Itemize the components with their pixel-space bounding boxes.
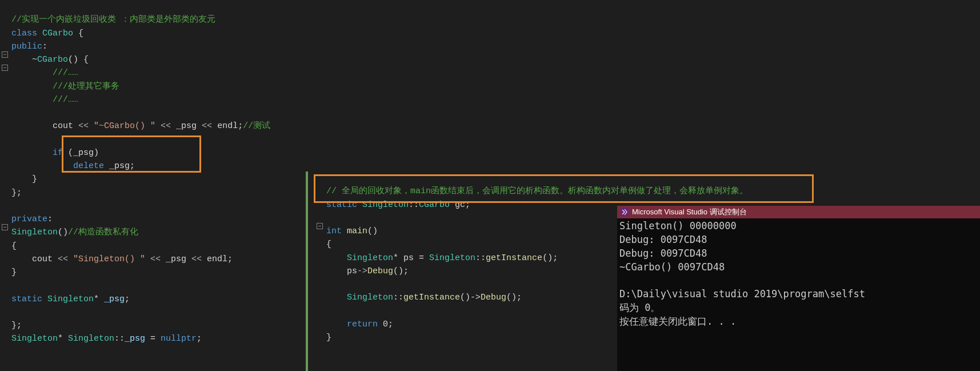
operator: <<	[150, 254, 161, 264]
brace: };	[11, 321, 22, 330]
operator: <<	[78, 121, 89, 131]
text: ();	[542, 253, 558, 263]
console-line: ~CGarbo() 0097CD48	[619, 261, 725, 273]
comment-line: ///……	[11, 95, 78, 105]
identifier: ps	[403, 253, 414, 263]
type-name: Singleton	[42, 294, 94, 304]
operator: <<	[161, 121, 171, 131]
brace: {	[78, 29, 83, 38]
string-literal: "~CGarbo() "	[89, 121, 161, 131]
vs-icon	[621, 208, 629, 216]
function: getInstance	[486, 253, 542, 263]
keyword: static	[11, 294, 42, 304]
text: *	[393, 253, 403, 263]
type-name: CGarbo	[37, 29, 78, 38]
text: =	[414, 253, 429, 263]
console-line: Debug: 0097CD48	[619, 248, 707, 259]
code-content-left[interactable]: //实现一个内嵌垃圾回收类 ：内部类是外部类的友元 class CGarbo {…	[10, 0, 306, 371]
operator: <<	[202, 121, 212, 131]
function: Debug	[367, 266, 393, 276]
semicolon: ;	[197, 334, 202, 344]
type-name: Singleton	[347, 253, 393, 263]
brace: {	[11, 241, 17, 251]
indent	[326, 253, 347, 263]
text: *	[94, 294, 104, 304]
console-title-text: Microsoft Visual Studio 调试控制台	[632, 207, 747, 217]
brace: {	[326, 240, 331, 249]
operator: ->	[357, 266, 367, 276]
text: 0;	[378, 320, 393, 329]
keyword: private	[11, 214, 47, 224]
scope-op: ::	[393, 293, 403, 302]
highlight-box	[314, 174, 814, 203]
text: ps	[326, 266, 357, 276]
comment-line: //构造函数私有化	[68, 228, 138, 237]
debug-console[interactable]: Microsoft Visual Studio 调试控制台 Singleton(…	[617, 206, 980, 371]
fold-icon[interactable]	[317, 223, 323, 229]
colon: :	[42, 42, 47, 51]
console-line: D:\Daily\visual studio 2019\program\self…	[619, 288, 865, 300]
console-output[interactable]: Singleton() 00000000 Debug: 0097CD48 Deb…	[617, 218, 980, 329]
field: _psg	[104, 294, 125, 304]
identifier: _psg	[161, 254, 191, 264]
text: endl;	[202, 254, 233, 264]
field: _psg	[125, 334, 145, 344]
scope-op: ::	[475, 253, 486, 263]
brace: }	[11, 268, 17, 277]
keyword: return	[347, 320, 378, 329]
text: ()	[58, 228, 68, 237]
comment-line: //测试	[243, 121, 270, 131]
scope-op: ::	[114, 334, 125, 344]
brace: }	[11, 174, 37, 184]
function: main	[342, 226, 367, 236]
operator: <<	[191, 254, 202, 264]
console-line: Debug: 0097CD48	[619, 234, 707, 245]
text: cout	[11, 121, 78, 131]
keyword: class	[11, 29, 37, 38]
comment-line: //实现一个内嵌垃圾回收类 ：内部类是外部类的友元	[11, 15, 215, 25]
text: ~	[11, 55, 37, 65]
console-line: 按任意键关闭此窗口. . .	[619, 316, 736, 327]
keyword: nullptr	[161, 334, 197, 344]
type-name: Singleton	[11, 334, 58, 344]
text: *	[58, 334, 68, 344]
keyword: if	[11, 148, 63, 158]
type-name: Singleton	[68, 334, 114, 344]
brace: }	[326, 333, 331, 342]
paren: ()	[367, 226, 378, 236]
fold-icon[interactable]	[2, 51, 8, 58]
operator: <<	[58, 254, 68, 264]
text: ()->	[460, 293, 481, 302]
console-line: 码为 0。	[619, 302, 660, 313]
fold-icon[interactable]	[2, 224, 8, 230]
fold-icon[interactable]	[2, 65, 8, 71]
text: endl;	[212, 121, 243, 131]
keyword: int	[326, 226, 342, 236]
highlight-box	[62, 135, 201, 173]
type-name: Singleton	[347, 293, 393, 302]
function: getInstance	[403, 293, 460, 302]
comment-line: ///……	[11, 68, 78, 78]
semicolon: ;	[125, 294, 130, 304]
console-titlebar[interactable]: Microsoft Visual Studio 调试控制台	[617, 206, 980, 218]
code-editor-left[interactable]: //实现一个内嵌垃圾回收类 ：内部类是外部类的友元 class CGarbo {…	[0, 0, 306, 371]
text: ();	[506, 293, 522, 302]
identifier: _psg	[171, 121, 202, 131]
string-literal: "Singleton() "	[68, 254, 150, 264]
text: () {	[68, 55, 89, 65]
text: ();	[393, 266, 409, 276]
type-name: CGarbo	[37, 55, 68, 65]
text: =	[145, 334, 161, 344]
type-name: Singleton	[11, 228, 58, 237]
colon: :	[47, 214, 53, 224]
comment-line: ///处理其它事务	[11, 82, 119, 91]
gutter-left	[0, 0, 10, 371]
indent	[326, 320, 347, 329]
text: cout	[11, 254, 58, 264]
type-name: Singleton	[429, 253, 475, 263]
function: Debug	[481, 293, 506, 302]
brace: };	[11, 188, 22, 198]
keyword: public	[11, 42, 42, 51]
console-line: Singleton() 00000000	[619, 220, 737, 232]
indent	[326, 293, 347, 302]
